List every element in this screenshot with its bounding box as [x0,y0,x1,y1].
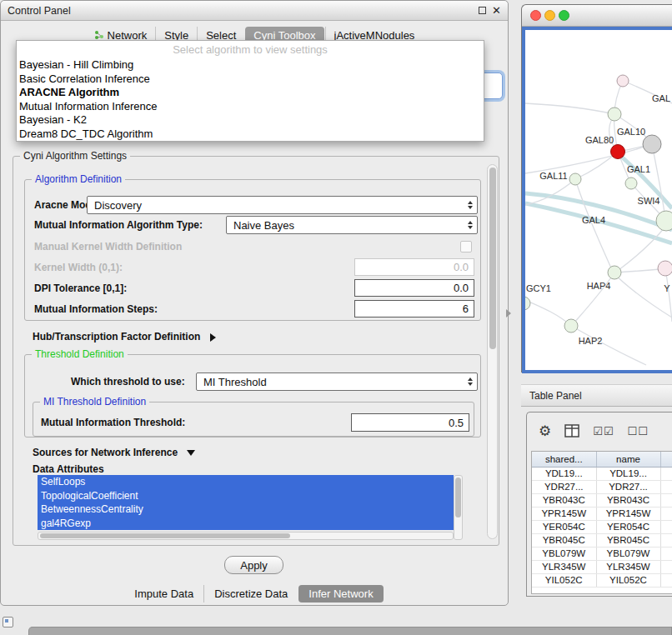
popup-item-basic-correlation[interactable]: Basic Correlation Inference [17,72,484,87]
scrollbar-thumb[interactable] [40,533,290,538]
table-row[interactable]: YIL052CYIL052C [532,573,672,587]
table-cell[interactable]: 13 [660,467,672,480]
table-column-header[interactable] [660,452,672,467]
network-node[interactable] [656,211,672,231]
network-node[interactable] [608,266,621,279]
network-window-titlebar[interactable] [522,5,672,27]
aracne-mode-combobox[interactable]: Discovery [87,196,478,214]
table-cell[interactable]: YIL052C [596,573,660,587]
table-cell[interactable]: YDL19... [532,467,596,480]
select-all-checkboxes-icon[interactable]: ☑☑ [593,425,614,438]
popup-item-mutual-information[interactable]: Mutual Information Inference [17,100,484,114]
mi-steps-field[interactable]: 6 [354,300,474,318]
tab-infer-network[interactable]: Infer Network [298,585,383,602]
list-item-selfloops[interactable]: SelfLoops [38,475,454,489]
table-cell[interactable]: YLR345W [596,560,660,573]
table-row[interactable]: YDL19...YDL19...13 [532,467,672,480]
popup-item-bayesian-k2[interactable]: Bayesian - K2 [17,113,484,128]
network-canvas[interactable]: GAL80GAL10GAL11GAL1SWI4GAL4GCY1HAP4HAP2G… [522,27,672,373]
popup-item-bayesian-hill-climbing[interactable]: Bayesian - Hill Climbing [17,58,484,72]
table-cell[interactable] [660,493,672,507]
popup-item-aracne[interactable]: ARACNE Algorithm [17,86,484,100]
list-item-topologicalcoefficient[interactable]: TopologicalCoefficient [38,489,454,503]
table-cell[interactable]: YBR045C [532,533,596,547]
table-row[interactable]: YER054CYER054C8. [532,520,672,533]
table-cell[interactable]: YLR345W [532,560,596,573]
network-node[interactable] [608,108,621,121]
table-cell[interactable]: 12 [660,480,672,493]
expanded-arrow-icon[interactable] [187,450,195,456]
float-window-icon[interactable] [479,7,486,14]
table-cell[interactable]: YBR045C [596,533,660,547]
minimize-traffic-light-icon[interactable] [544,10,555,21]
network-node[interactable] [564,319,578,332]
mi-threshold-field[interactable]: 0.5 [351,413,469,432]
settings-vertical-scrollbar[interactable] [487,164,498,539]
popup-item-dream8[interactable]: Dream8 DC_TDC Algorithm [17,128,484,142]
column-selector-icon[interactable] [564,424,579,438]
window-title: Control Panel [1,5,71,17]
network-node[interactable] [625,178,637,189]
table-cell[interactable]: 8. [660,520,672,533]
table-cell[interactable]: 9. [660,533,672,547]
sources-section-toggle[interactable]: Sources for Network Inference [33,447,195,458]
manual-kernel-width-checkbox[interactable] [460,241,472,252]
table-row[interactable]: YBR043CYBR043C [532,493,672,507]
table-cell[interactable]: 9. [660,560,672,573]
table-row[interactable]: YLR345WYLR345W9. [532,560,672,573]
table-cell[interactable]: YIL052C [532,573,596,587]
apply-button[interactable]: Apply [224,556,283,574]
network-node[interactable] [643,135,661,153]
control-panel-titlebar[interactable]: Control Panel ✕ [1,1,508,21]
table-cell[interactable]: 9. [660,507,672,520]
list-horizontal-scrollbar[interactable] [38,532,454,540]
table-cell[interactable]: YBL079W [596,547,660,560]
network-node[interactable] [525,297,530,310]
list-item-betweennesscentrality[interactable]: BetweennessCentrality [38,502,454,517]
panel-dock-icon[interactable] [3,617,13,628]
table-column-header[interactable]: name [596,452,660,467]
table-column-header[interactable]: shared... [532,452,596,467]
table-cell[interactable]: YDL19... [596,467,660,480]
field-value: 6 [463,302,469,315]
hub-section-toggle[interactable]: Hub/Transcription Factor Definition [33,331,216,342]
tab-discretize-data[interactable]: Discretize Data [203,585,298,602]
table-row[interactable]: YBL079WYBL079W [532,547,672,560]
zoom-traffic-light-icon[interactable] [559,10,569,21]
which-threshold-combobox[interactable]: MI Threshold [196,372,478,391]
table-cell[interactable]: YER054C [532,520,596,533]
splitter-collapse-handle[interactable] [506,309,511,318]
tab-impute-data[interactable]: Impute Data [124,585,203,602]
list-item-gal4rgexp[interactable]: gal4RGexp [38,517,454,531]
table-cell[interactable] [660,573,672,587]
gear-icon[interactable]: ⚙ [539,422,551,439]
kernel-width-field[interactable]: 0.0 [354,258,474,276]
collapsed-arrow-icon[interactable] [210,333,216,342]
close-traffic-light-icon[interactable] [530,10,541,21]
scrollbar-thumb[interactable] [489,168,496,349]
network-node[interactable] [658,261,672,276]
table-cell[interactable]: YBR043C [596,493,660,507]
table-cell[interactable]: YDR27... [532,480,596,493]
scrollbar-thumb[interactable] [455,478,461,518]
network-node-label: Y [664,283,670,293]
mi-algorithm-type-combobox[interactable]: Naive Bayes [226,216,478,234]
deselect-all-checkboxes-icon[interactable]: ☐☐ [628,425,649,438]
table-row[interactable]: YBR045CYBR045C9. [532,533,672,547]
table-cell[interactable]: YBR043C [532,493,596,507]
table-cell[interactable]: YPR145W [596,507,660,520]
combobox-value: Naive Bayes [233,219,294,232]
table-cell[interactable] [660,547,672,560]
network-node[interactable] [617,75,629,87]
table-cell[interactable]: YER054C [596,520,660,533]
network-node[interactable] [569,173,581,185]
network-node[interactable] [611,145,625,159]
close-icon[interactable]: ✕ [492,5,501,16]
dpi-tolerance-field[interactable]: 0.0 [354,279,474,297]
table-cell[interactable]: YDR27... [596,480,660,493]
list-vertical-scrollbar[interactable] [454,475,463,540]
table-cell[interactable]: YPR145W [532,507,596,520]
table-row[interactable]: YPR145WYPR145W9. [532,507,672,520]
table-cell[interactable]: YBL079W [532,547,596,560]
table-row[interactable]: YDR27...YDR27...12 [532,480,672,493]
